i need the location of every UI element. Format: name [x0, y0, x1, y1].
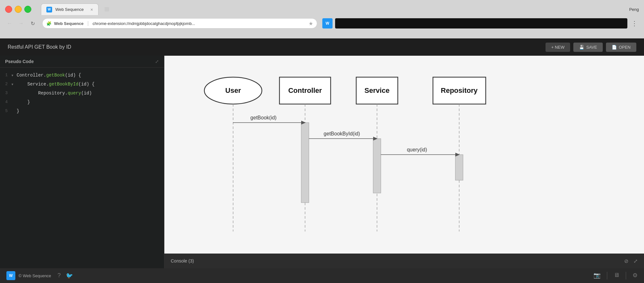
code-line-5: 5 }	[0, 107, 164, 116]
toolbar-buttons: + NEW 💾 SAVE 📄 OPEN	[546, 43, 636, 52]
actor-service-label: Service	[365, 86, 389, 94]
code-area: 1 ▾ Controller.getBook(id) { 2 ▾ Service…	[0, 68, 164, 268]
forward-button[interactable]: →	[17, 19, 26, 28]
sequence-diagram: User Controller Service Repository	[164, 56, 644, 254]
camera-icon[interactable]: 📷	[593, 272, 601, 279]
traffic-lights	[5, 6, 31, 13]
svg-rect-12	[455, 155, 463, 180]
line-arrow-2: ▾	[12, 81, 17, 86]
close-button[interactable]	[5, 6, 12, 13]
code-line-1: 1 ▾ Controller.getBook(id) {	[0, 71, 164, 80]
reload-button[interactable]: ↻	[28, 19, 37, 28]
minimize-button[interactable]	[15, 6, 22, 13]
console-actions: ⊘ ⤢	[624, 258, 638, 264]
maximize-button[interactable]	[24, 6, 31, 13]
open-button[interactable]: 📄 OPEN	[606, 43, 636, 52]
line-number-3: 3	[0, 90, 12, 95]
footer-logo-icon: W	[6, 271, 15, 280]
console-cancel-icon[interactable]: ⊘	[624, 258, 628, 264]
main-layout: Pseudo Code ⤢ 1 ▾ Controller.getBook(id)…	[0, 56, 644, 268]
footer-logo: W © Web Sequence	[6, 271, 51, 280]
msg-getbookbyid-label: getBookById(id)	[324, 131, 360, 136]
active-tab[interactable]: W Web Sequence ×	[41, 4, 98, 15]
code-line-3: 3 Repository.query(id)	[0, 89, 164, 98]
footer: W © Web Sequence ? 🐦 📷 🖥 ⚙	[0, 268, 644, 283]
console-bar: Console (3) ⊘ ⤢	[164, 254, 644, 268]
msg-getbook-label: getBook(id)	[250, 115, 277, 120]
line-number-5: 5	[0, 108, 12, 113]
user-name: Peng	[629, 7, 639, 12]
line-content-4: }	[17, 99, 30, 105]
bookmark-icon[interactable]: ★	[309, 20, 313, 27]
line-arrow-1: ▾	[12, 72, 17, 77]
code-line-4: 4 }	[0, 98, 164, 107]
twitter-icon[interactable]: 🐦	[66, 272, 73, 279]
svg-rect-0	[105, 7, 109, 12]
tab-title: Web Sequence	[55, 7, 87, 12]
footer-right-icons: 📷 🖥 ⚙	[593, 272, 638, 279]
actor-repository-label: Repository	[441, 86, 478, 94]
extension-icon: 🧩	[46, 21, 51, 26]
actor-user-label: User	[225, 86, 241, 94]
svg-rect-11	[373, 139, 381, 193]
panel-title: Pseudo Code	[5, 59, 34, 64]
back-button[interactable]: ←	[5, 19, 14, 28]
app-title-bar: Restful API GET Book by ID + NEW 💾 SAVE …	[0, 38, 644, 56]
expand-icon[interactable]: ⤢	[155, 59, 159, 64]
monitor-icon[interactable]: 🖥	[614, 272, 619, 279]
diagram-area: User Controller Service Repository	[164, 56, 644, 254]
msg-query-label: query(id)	[407, 147, 427, 152]
extensions-bar	[335, 18, 627, 28]
line-number-1: 1	[0, 72, 12, 77]
svg-rect-10	[301, 123, 309, 203]
url-brand: Web Sequence	[54, 21, 83, 26]
open-icon: 📄	[612, 45, 617, 50]
url-bar-row: ← → ↻ 🧩 Web Sequence | chrome-extension:…	[0, 16, 644, 31]
divider2	[626, 272, 626, 279]
line-number-2: 2	[0, 81, 12, 86]
url-bar[interactable]: 🧩 Web Sequence | chrome-extension://ndmj…	[42, 18, 317, 28]
new-button[interactable]: + NEW	[546, 43, 570, 52]
save-button[interactable]: 💾 SAVE	[573, 43, 603, 52]
console-title: Console (3)	[171, 258, 194, 263]
settings-icon[interactable]: ⚙	[632, 272, 638, 279]
line-content-5: }	[17, 108, 19, 114]
code-panel: Pseudo Code ⤢ 1 ▾ Controller.getBook(id)…	[0, 56, 164, 268]
line-content-2: Service.getBookById(id) {	[17, 81, 95, 87]
line-arrow-3	[12, 90, 17, 91]
line-arrow-4	[12, 99, 17, 100]
tab-bar: W Web Sequence ×	[41, 4, 629, 15]
line-content-1: Controller.getBook(id) {	[17, 72, 81, 78]
panel-header: Pseudo Code ⤢	[0, 56, 164, 68]
help-icon[interactable]: ?	[58, 272, 61, 279]
line-number-4: 4	[0, 99, 12, 104]
console-expand-icon[interactable]: ⤢	[633, 258, 638, 264]
new-tab-button[interactable]	[101, 4, 113, 15]
line-content-3: Repository.query(id)	[17, 90, 92, 96]
browser-menu-button[interactable]: ⋮	[630, 18, 639, 28]
footer-icons: ? 🐦	[58, 272, 73, 279]
actor-controller-label: Controller	[288, 86, 322, 94]
line-arrow-5	[12, 108, 17, 109]
footer-brand-text: © Web Sequence	[19, 273, 51, 278]
extension-action-icon[interactable]: W	[322, 18, 333, 28]
save-icon: 💾	[579, 45, 584, 50]
app-title: Restful API GET Book by ID	[8, 44, 546, 50]
diagram-panel: User Controller Service Repository	[164, 56, 644, 268]
divider	[607, 272, 607, 279]
tab-icon: W	[46, 7, 52, 12]
code-line-2: 2 ▾ Service.getBookById(id) {	[0, 80, 164, 89]
url-text: chrome-extension://ndmjpbbjdocalghacdjmo…	[92, 21, 306, 26]
tab-close-button[interactable]: ×	[90, 7, 93, 12]
